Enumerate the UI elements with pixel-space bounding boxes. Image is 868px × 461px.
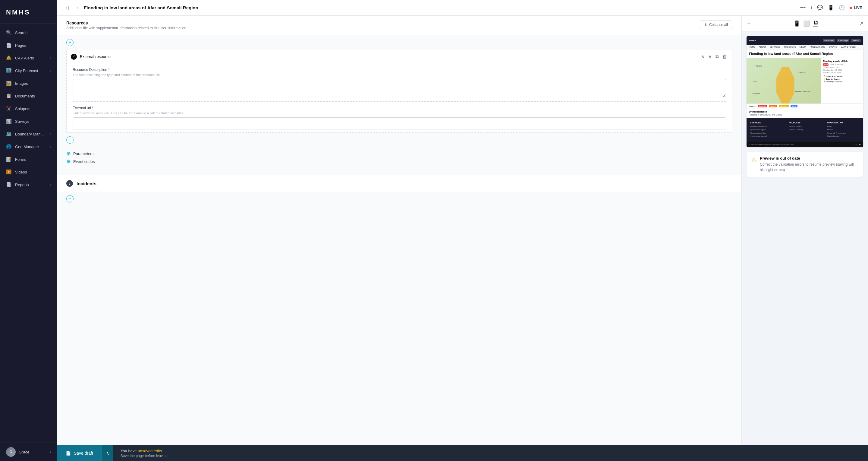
external-resource-block: ✓ External resource ∧ ∨ ⧉ 🗑 Resource Des… bbox=[66, 50, 733, 133]
sidebar-toggle-button[interactable]: →| bbox=[63, 5, 69, 10]
chevron-right-icon: › bbox=[50, 183, 51, 186]
mobile-device-button[interactable]: 📱 bbox=[794, 20, 800, 27]
preview-nav-menu: HOME ABOUT SERVICES PRODUCTS MEDIA PUBLI… bbox=[747, 45, 863, 50]
preview-search-btn: Search bbox=[851, 39, 861, 42]
unsaved-edits-link[interactable]: unsaved edits bbox=[138, 449, 162, 453]
preview-nav-media: MEDIA bbox=[800, 46, 806, 48]
info-icon[interactable]: ℹ bbox=[810, 5, 812, 10]
sidebar-item-label: Reports bbox=[15, 182, 29, 187]
external-url-input[interactable] bbox=[73, 117, 726, 129]
preview-expires: Expires: July 31, 2023 bbox=[823, 71, 861, 73]
preview-nav-services: SERVICES bbox=[770, 46, 780, 48]
sidebar-item-city-forecast[interactable]: 🏙️ City Forecast › bbox=[0, 64, 57, 77]
add-resource-button[interactable]: + bbox=[66, 39, 73, 46]
sidebar-nav: 🔍 Search 📄 Pages › 🔔 CAP Alerts › 🏙️ Cit… bbox=[0, 24, 57, 442]
resource-description-label: Resource Description * bbox=[73, 67, 726, 72]
sidebar-item-label: Images bbox=[15, 81, 28, 86]
delete-button[interactable]: 🗑 bbox=[722, 53, 728, 60]
sidebar-item-search[interactable]: 🔍 Search bbox=[0, 26, 57, 39]
preview-alert-badge: Alert bbox=[823, 63, 829, 66]
preview-nav-about: ABOUT bbox=[759, 46, 766, 48]
sidebar-item-snippets[interactable]: ✂️ Snippets bbox=[0, 102, 57, 115]
parameters-header: ⊕ Parameters bbox=[66, 150, 733, 157]
save-draft-button[interactable]: 📄 Save draft bbox=[57, 445, 101, 461]
preview-desc-title: Event Description bbox=[749, 111, 861, 113]
sidebar-item-boundary-man[interactable]: 🗺️ Boundary Man... › bbox=[0, 127, 57, 140]
page-title: Flooding in low land areas of Afar and S… bbox=[84, 5, 794, 10]
tablet-device-button[interactable]: ⬜ bbox=[803, 20, 810, 27]
map-highlight bbox=[776, 67, 795, 104]
mobile-preview-icon[interactable]: 📱 bbox=[828, 5, 834, 10]
collapse-label: Collapse all bbox=[709, 23, 728, 27]
sidebar-item-geo-manager[interactable]: 🌐 Geo Manager › bbox=[0, 140, 57, 153]
sidebar-item-label: City Forecast bbox=[15, 68, 38, 73]
resource-description-hint: The text describing the type and content… bbox=[73, 73, 726, 77]
incidents-section: ∨ Incidents + bbox=[57, 175, 741, 202]
desktop-device-button[interactable]: 🖥 bbox=[813, 20, 818, 27]
sidebar-item-videos[interactable]: ▶️ Videos bbox=[0, 166, 57, 178]
legend-label: Severity: bbox=[749, 105, 756, 107]
parameters-label: Parameters bbox=[73, 151, 93, 156]
external-resource-label: External resource bbox=[80, 54, 698, 59]
preview-date: Issued: July 12, 2023 bbox=[823, 67, 861, 68]
save-expand-button[interactable]: ∧ bbox=[101, 445, 113, 461]
move-up-button[interactable]: ∧ bbox=[701, 53, 705, 60]
parameters-section: ⊕ Parameters ⊕ Event codes bbox=[57, 147, 741, 169]
open-external-button[interactable]: ↗ bbox=[859, 21, 863, 26]
sidebar-item-forms[interactable]: 📝 Forms bbox=[0, 153, 57, 166]
add-resource-bottom-button[interactable]: + bbox=[66, 136, 73, 144]
comment-icon[interactable]: 💬 bbox=[817, 5, 823, 10]
footer-col-services: SERVICES Weather ForecastingAgrometeorol… bbox=[750, 122, 783, 138]
sidebar-user[interactable]: G Grace ∧ bbox=[0, 442, 57, 461]
sidebar-item-surveys[interactable]: 📊 Surveys bbox=[0, 115, 57, 127]
save-message-sub: Save the page before leaving bbox=[121, 454, 167, 458]
external-url-hint: Link to external resource. This can be f… bbox=[73, 111, 726, 115]
legend-extreme: Extreme bbox=[758, 105, 767, 107]
collapse-all-button[interactable]: ⬆ Collapse all bbox=[700, 21, 733, 29]
resource-description-field: Resource Description * The text describi… bbox=[67, 63, 732, 102]
preview-copyright: © National Meteorological & Hydrological… bbox=[749, 144, 794, 145]
preview-legend: Severity: Extreme Severe Moderate Minor bbox=[747, 104, 863, 109]
add-parameter-button[interactable]: ⊕ bbox=[66, 150, 71, 157]
preview-toolbar: →| 📱 ⬜ 🖥 ↗ bbox=[742, 16, 868, 31]
city-forecast-icon: 🏙️ bbox=[6, 68, 11, 73]
incidents-toggle-button[interactable]: ∨ bbox=[66, 180, 73, 187]
resource-description-input[interactable] bbox=[73, 79, 726, 97]
sidebar-item-reports[interactable]: 📑 Reports › bbox=[0, 178, 57, 191]
preview-nav-events: EVENTS bbox=[829, 46, 837, 48]
boundary-icon: 🗺️ bbox=[6, 131, 11, 137]
preview-event-value: Flood in low land bbox=[830, 64, 843, 65]
resource-actions: ∧ ∨ ⧉ 🗑 bbox=[701, 53, 728, 60]
add-event-code-button[interactable]: ⊕ bbox=[66, 158, 71, 165]
documents-icon: 📋 bbox=[6, 93, 11, 99]
sidebar-item-documents[interactable]: 📋 Documents bbox=[0, 90, 57, 102]
sidebar-item-pages[interactable]: 📄 Pages › bbox=[0, 39, 57, 52]
preview-severity: ⚡ Severity: Severe bbox=[823, 78, 861, 80]
preview-nav-data: DATA & TOOLS bbox=[841, 46, 856, 48]
preview-nav-icon[interactable]: →| bbox=[747, 21, 752, 26]
preview-effective: Effective: July 13, 2023 bbox=[823, 69, 861, 71]
preview-logo: NMHS bbox=[749, 39, 756, 42]
sidebar-item-images[interactable]: 🖼️ Images bbox=[0, 77, 57, 90]
external-resource-header: ✓ External resource ∧ ∨ ⧉ 🗑 bbox=[67, 50, 732, 63]
live-button[interactable]: LIVE bbox=[849, 6, 862, 10]
live-indicator bbox=[849, 7, 852, 9]
move-down-button[interactable]: ∨ bbox=[708, 53, 712, 60]
save-icon: 📄 bbox=[66, 451, 71, 456]
more-options-button[interactable]: ••• bbox=[800, 4, 806, 11]
collapse-chevron-icon: ⬆ bbox=[704, 23, 707, 27]
preview-subscribe-btn: Subscribe bbox=[823, 39, 835, 42]
preview-nav-products: PRODUCTS bbox=[784, 46, 796, 48]
add-incident-button[interactable]: + bbox=[66, 195, 73, 202]
legend-moderate: Moderate bbox=[779, 105, 789, 107]
preview-desc-text: Flooding in parts of Afar and Somali bbox=[749, 114, 861, 116]
expand-icon[interactable]: → bbox=[74, 5, 79, 10]
history-icon[interactable]: 🕐 bbox=[839, 5, 845, 10]
sidebar-item-label: Geo Manager bbox=[15, 145, 39, 149]
preview-footer-columns: SERVICES Weather ForecastingAgrometeorol… bbox=[747, 119, 863, 140]
sidebar-item-cap-alerts[interactable]: 🔔 CAP Alerts › bbox=[0, 52, 57, 64]
preview-social-fb: f bbox=[854, 143, 855, 146]
resources-subtitle: Additional file with supplemental inform… bbox=[66, 26, 186, 30]
search-icon: 🔍 bbox=[6, 30, 11, 35]
duplicate-button[interactable]: ⧉ bbox=[715, 53, 719, 60]
